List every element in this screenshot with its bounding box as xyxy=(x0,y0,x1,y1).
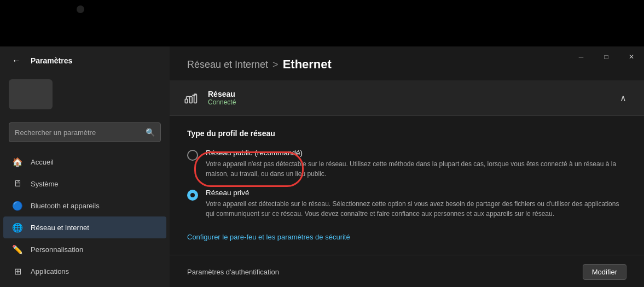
ethernet-icon xyxy=(183,89,200,107)
network-icon: 🌐 xyxy=(12,222,23,233)
auth-section: Paramètres d'authentification Modifier xyxy=(170,255,644,287)
section-title-group: Réseau Connecté xyxy=(208,90,236,106)
content-body: Type du profil de réseau Réseau public (… xyxy=(170,116,644,255)
sidebar: ← Paramètres Rechercher un paramètre 🔍 🏠… xyxy=(0,46,170,287)
breadcrumb-parent[interactable]: Réseau et Internet xyxy=(187,59,268,71)
radio-option-prive: Réseau privé Votre appareil est détectab… xyxy=(187,189,626,219)
radio-prive-text: Réseau privé Votre appareil est détectab… xyxy=(206,189,626,219)
radio-public-text: Réseau public (recommandé) Votre apparei… xyxy=(206,149,626,179)
radio-option-public: Réseau public (recommandé) Votre apparei… xyxy=(187,149,626,179)
sidebar-item-label: Système xyxy=(31,180,59,188)
radio-public[interactable] xyxy=(187,150,198,161)
search-container: Rechercher un paramètre 🔍 xyxy=(0,118,170,147)
breadcrumb-separator: > xyxy=(272,59,279,71)
auth-title: Paramètres d'authentification xyxy=(187,268,279,276)
sidebar-item-personnalisation[interactable]: ✏️ Personnalisation xyxy=(3,238,166,260)
sidebar-item-reseau[interactable]: 🌐 Réseau et Internet xyxy=(3,216,166,238)
sidebar-item-label: Applications xyxy=(31,267,69,276)
avatar xyxy=(9,79,53,109)
sidebar-header: ← Paramètres xyxy=(0,46,170,75)
personalisation-icon: ✏️ xyxy=(12,244,23,255)
sidebar-title: Paramètres xyxy=(31,56,72,65)
sidebar-item-label: Réseau et Internet xyxy=(31,224,89,232)
home-icon: 🏠 xyxy=(12,156,23,167)
back-button[interactable]: ← xyxy=(9,53,24,68)
collapse-button[interactable]: ∧ xyxy=(616,91,631,106)
minimize-button[interactable]: ─ xyxy=(568,48,594,66)
search-icon: 🔍 xyxy=(146,128,155,137)
radio-prive[interactable] xyxy=(187,190,198,201)
radio-prive-label: Réseau privé xyxy=(206,189,626,197)
avatar-area xyxy=(0,75,170,118)
radio-public-label: Réseau public (recommandé) xyxy=(206,149,626,157)
top-dot xyxy=(77,5,84,13)
window-controls: ─ □ ✕ xyxy=(568,48,644,66)
sidebar-item-label: Bluetooth et appareils xyxy=(31,202,100,210)
content-area: Réseau et Internet > Ethernet xyxy=(170,46,644,287)
radio-public-desc: Votre appareil n'est pas détectable sur … xyxy=(206,159,626,179)
breadcrumb-current: Ethernet xyxy=(283,57,332,72)
sidebar-item-label: Personnalisation xyxy=(31,245,83,254)
top-bar xyxy=(0,0,644,46)
section-header-left: Réseau Connecté xyxy=(183,89,236,107)
config-link[interactable]: Configurer le pare-feu et les paramètres… xyxy=(187,233,350,241)
close-button[interactable]: ✕ xyxy=(619,48,644,66)
modifier-button[interactable]: Modifier xyxy=(583,264,626,280)
section-header: Réseau Connecté ∧ xyxy=(170,80,644,116)
search-box[interactable]: Rechercher un paramètre 🔍 xyxy=(9,122,161,142)
radio-prive-desc: Votre appareil est détectable sur le rés… xyxy=(206,199,626,219)
profile-type-title: Type du profil de réseau xyxy=(187,129,626,138)
system-icon: 🖥 xyxy=(12,178,23,189)
maximize-button[interactable]: □ xyxy=(594,48,619,66)
sidebar-item-bluetooth[interactable]: 🔵 Bluetooth et appareils xyxy=(3,195,166,216)
section-subtitle: Connecté xyxy=(208,98,236,106)
sidebar-item-accueil[interactable]: 🏠 Accueil xyxy=(3,151,166,173)
section-title: Réseau xyxy=(208,90,236,98)
settings-window: ← Paramètres Rechercher un paramètre 🔍 🏠… xyxy=(0,46,644,287)
svg-rect-1 xyxy=(190,97,193,103)
sidebar-item-applications[interactable]: ⊞ Applications xyxy=(3,260,166,282)
sidebar-item-systeme[interactable]: 🖥 Système xyxy=(3,173,166,195)
main-layout: ← Paramètres Rechercher un paramètre 🔍 🏠… xyxy=(0,46,644,287)
sidebar-item-label: Accueil xyxy=(31,158,54,166)
bluetooth-icon: 🔵 xyxy=(12,200,23,211)
svg-rect-0 xyxy=(185,99,188,103)
search-placeholder: Rechercher un paramètre xyxy=(15,128,141,137)
applications-icon: ⊞ xyxy=(12,266,23,277)
